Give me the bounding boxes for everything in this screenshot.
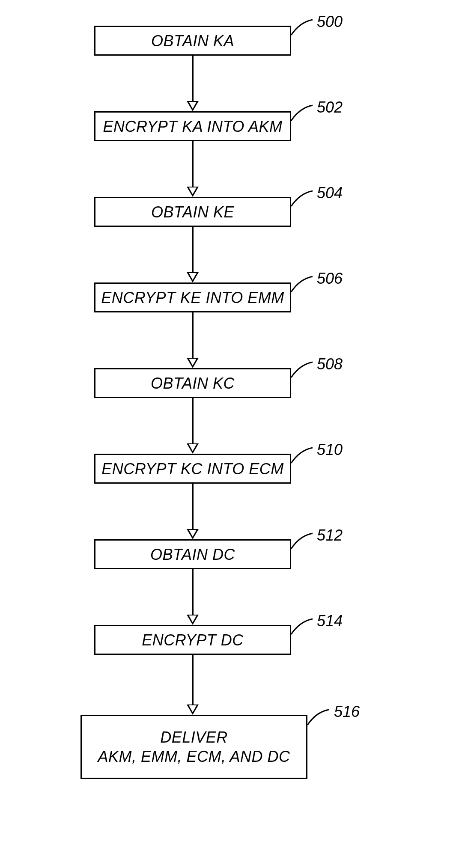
leader-502 [290,103,316,128]
step-box-516: DELIVER AKM, EMM, ECM, AND DC [80,715,307,779]
step-label: OBTAIN DC [150,545,235,564]
step-box-508: OBTAIN KC [94,368,291,398]
step-box-504: OBTAIN KE [94,197,291,227]
step-box-502: ENCRYPT KA INTO AKM [94,111,291,141]
arrow [188,312,197,368]
step-box-500: OBTAIN KA [94,26,291,56]
step-label: OBTAIN KC [151,374,235,393]
step-box-514: ENCRYPT DC [94,625,291,655]
arrow [188,569,197,625]
leader-504 [290,188,316,214]
arrow [188,398,197,454]
arrow [188,56,197,111]
arrow [188,227,197,282]
step-label: OBTAIN KE [151,202,234,222]
step-label: ENCRYPT KC INTO ECM [101,459,284,479]
step-label: ENCRYPT KA INTO AKM [103,117,283,136]
step-box-510: ENCRYPT KC INTO ECM [94,454,291,484]
ref-label-506: 506 [317,270,343,288]
leader-510 [290,445,316,471]
leader-512 [290,531,316,556]
step-box-506: ENCRYPT KE INTO EMM [94,282,291,312]
step-box-512: OBTAIN DC [94,539,291,569]
leader-516 [307,707,332,733]
arrow [188,655,197,715]
leader-500 [290,17,316,43]
ref-label-502: 502 [317,98,343,116]
leader-506 [290,274,316,300]
ref-label-500: 500 [317,13,343,31]
flowchart: OBTAIN KA 500 ENCRYPT KA INTO AKM 502 OB… [0,0,459,868]
leader-514 [290,616,316,642]
ref-label-504: 504 [317,184,343,202]
leader-508 [290,360,316,385]
arrow [188,141,197,197]
ref-label-510: 510 [317,441,343,459]
step-label: OBTAIN KA [151,31,234,51]
step-label: ENCRYPT DC [142,630,244,650]
step-label: DELIVER AKM, EMM, ECM, AND DC [98,728,290,766]
ref-label-512: 512 [317,526,343,544]
step-label: ENCRYPT KE INTO EMM [101,288,284,307]
ref-label-514: 514 [317,612,343,630]
ref-label-516: 516 [334,703,360,721]
arrow [188,484,197,539]
ref-label-508: 508 [317,355,343,373]
